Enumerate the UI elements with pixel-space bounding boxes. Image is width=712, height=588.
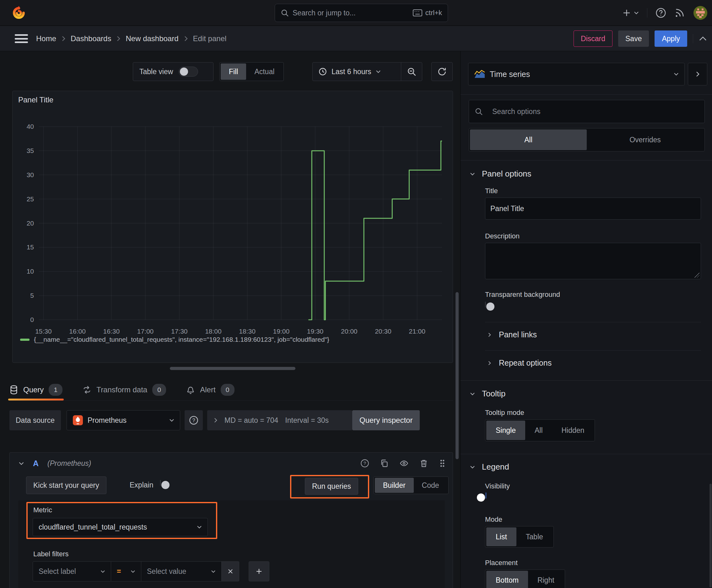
repeat-options-section[interactable]: Repeat options bbox=[488, 358, 552, 368]
time-range-picker[interactable]: Last 6 hours bbox=[313, 67, 401, 76]
add-new-button[interactable] bbox=[622, 8, 639, 18]
metric-value: cloudflared_tunnel_total_requests bbox=[39, 523, 147, 531]
breadcrumb-separator-icon bbox=[61, 35, 66, 42]
legend-mode-label: Mode bbox=[485, 516, 502, 524]
time-range-label: Last 6 hours bbox=[331, 67, 371, 76]
panel-resize-handle[interactable] bbox=[170, 367, 296, 370]
keyboard-icon bbox=[413, 9, 422, 16]
svg-text:15: 15 bbox=[27, 244, 34, 251]
sidebar-scrollbar-thumb[interactable] bbox=[710, 484, 712, 587]
tab-query[interactable]: Query 1 bbox=[9, 379, 63, 400]
panel-options-header[interactable]: Panel options bbox=[470, 169, 532, 179]
breadcrumb-separator-icon bbox=[116, 35, 121, 42]
chevron-down-icon bbox=[470, 392, 475, 396]
query-inspector-button[interactable]: Query inspector bbox=[352, 410, 420, 430]
query-editor-panel: A (Prometheus) ? bbox=[9, 452, 453, 588]
tab-transform-data[interactable]: Transform data 0 bbox=[83, 379, 166, 400]
description-textarea[interactable] bbox=[485, 243, 701, 279]
legend-placement-right[interactable]: Right bbox=[528, 571, 564, 588]
scrollbar-thumb[interactable] bbox=[455, 292, 459, 459]
legend-mode-segmented: List Table bbox=[485, 526, 554, 547]
legend-item[interactable]: {__name__="cloudflared_tunnel_total_requ… bbox=[20, 336, 329, 343]
search-input[interactable] bbox=[293, 9, 409, 17]
save-button[interactable]: Save bbox=[618, 30, 649, 47]
query-datasource-hint: (Prometheus) bbox=[47, 459, 91, 468]
tooltip-single-option[interactable]: Single bbox=[486, 421, 525, 440]
menu-toggle-button[interactable] bbox=[14, 33, 28, 44]
remove-filter-button[interactable] bbox=[222, 561, 239, 582]
database-icon bbox=[9, 385, 18, 395]
legend-header[interactable]: Legend bbox=[470, 462, 509, 472]
topbar-divider bbox=[647, 8, 647, 18]
query-ref-id[interactable]: A bbox=[33, 459, 39, 468]
tooltip-all-option[interactable]: All bbox=[525, 421, 552, 440]
global-search[interactable]: ctrl+k bbox=[275, 4, 448, 22]
search-options-box[interactable] bbox=[469, 100, 705, 123]
breadcrumb-separator-icon bbox=[184, 35, 188, 42]
legend-mode-table[interactable]: Table bbox=[516, 527, 553, 546]
chevron-right-icon bbox=[488, 332, 491, 338]
query-help-icon[interactable]: ? bbox=[360, 459, 369, 468]
legend-visibility-toggle[interactable] bbox=[486, 492, 486, 499]
news-rss-button[interactable] bbox=[674, 7, 685, 18]
legend-mode-list[interactable]: List bbox=[486, 527, 516, 546]
legend-placement-bottom[interactable]: Bottom bbox=[486, 571, 528, 588]
delete-query-icon[interactable] bbox=[419, 459, 428, 468]
tab-all[interactable]: All bbox=[470, 129, 587, 150]
chevron-down-icon bbox=[169, 418, 174, 422]
run-queries-button[interactable]: Run queries bbox=[305, 478, 358, 495]
apply-button[interactable]: Apply bbox=[654, 30, 687, 47]
refresh-button[interactable] bbox=[431, 62, 453, 81]
actual-option[interactable]: Actual bbox=[246, 63, 283, 80]
breadcrumb-dashboards[interactable]: Dashboards bbox=[71, 34, 111, 43]
resize-corner-icon[interactable] bbox=[694, 273, 699, 278]
breadcrumb-new-dashboard[interactable]: New dashboard bbox=[126, 34, 178, 43]
search-options-input[interactable] bbox=[487, 107, 699, 116]
add-filter-button[interactable] bbox=[249, 561, 269, 582]
operator-dropdown[interactable]: = bbox=[111, 561, 141, 582]
tooltip-header[interactable]: Tooltip bbox=[470, 389, 505, 399]
drag-handle-icon[interactable] bbox=[439, 459, 446, 468]
chevron-down-icon bbox=[197, 525, 202, 529]
tab-alert[interactable]: Alert 0 bbox=[186, 379, 234, 400]
toggle-visibility-icon[interactable] bbox=[399, 459, 409, 468]
chevron-down-icon bbox=[376, 70, 381, 74]
tab-overrides[interactable]: Overrides bbox=[587, 129, 704, 150]
chevron-down-icon[interactable] bbox=[19, 461, 24, 465]
metric-select[interactable]: cloudflared_tunnel_total_requests bbox=[33, 518, 208, 536]
avatar[interactable] bbox=[693, 6, 708, 20]
tooltip-hidden-option[interactable]: Hidden bbox=[552, 421, 594, 440]
duplicate-query-icon[interactable] bbox=[380, 459, 389, 468]
datasource-help-button[interactable]: ? bbox=[185, 410, 203, 430]
description-label: Description bbox=[485, 232, 520, 240]
code-option[interactable]: Code bbox=[414, 478, 447, 493]
visualization-select[interactable]: Time series bbox=[468, 63, 685, 85]
max-data-points-stat: MD = auto = 704 bbox=[224, 416, 278, 425]
collapse-options-button[interactable] bbox=[699, 36, 707, 41]
datasource-select[interactable]: Prometheus bbox=[67, 410, 180, 430]
transparent-background-toggle[interactable] bbox=[485, 301, 486, 308]
panel-links-section[interactable]: Panel links bbox=[488, 330, 537, 339]
transform-count-badge: 0 bbox=[152, 384, 166, 396]
svg-text:17:00: 17:00 bbox=[137, 328, 154, 335]
zoom-out-button[interactable] bbox=[401, 63, 422, 81]
builder-option[interactable]: Builder bbox=[375, 478, 414, 493]
kickstart-query-button[interactable]: Kick start your query bbox=[26, 477, 106, 494]
select-value-dropdown[interactable]: Select value bbox=[141, 561, 222, 582]
collapse-sidebar-button[interactable] bbox=[688, 63, 707, 85]
table-view-toggle[interactable] bbox=[179, 67, 198, 77]
svg-text:19:30: 19:30 bbox=[307, 328, 324, 335]
timeseries-chart[interactable]: 051015202530354015:3016:0016:3017:0017:3… bbox=[13, 91, 453, 362]
fill-option[interactable]: Fill bbox=[221, 63, 246, 80]
nav-divider bbox=[693, 34, 693, 43]
transform-icon bbox=[83, 385, 91, 394]
breadcrumb-home[interactable]: Home bbox=[36, 34, 56, 43]
discard-button[interactable]: Discard bbox=[574, 30, 612, 47]
grafana-logo[interactable] bbox=[11, 5, 26, 20]
bell-icon bbox=[186, 385, 195, 394]
help-button[interactable] bbox=[655, 7, 666, 18]
panel-title-input[interactable] bbox=[485, 197, 701, 219]
chevron-down-icon bbox=[211, 570, 216, 573]
explain-toggle[interactable] bbox=[160, 480, 161, 486]
select-label-dropdown[interactable]: Select label bbox=[33, 561, 111, 582]
